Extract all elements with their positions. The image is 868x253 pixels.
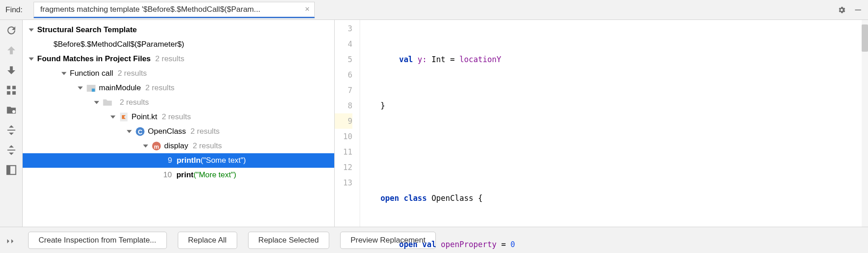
code-line: open val openProperty = 0 [360,237,862,252]
gutter-line: 7 [335,83,352,98]
code-preview: 3 4 5 6 7 8 9 10 11 12 13 val y: Int = l… [335,20,868,227]
svg-rect-9 [92,88,95,92]
count-badge: 2 results [162,112,191,122]
tree-node-function-call[interactable]: Function call 2 results [23,66,334,81]
match-args: ("More text") [194,170,236,180]
chevron-down-icon [109,113,117,121]
count-badge: 2 results [193,141,222,151]
method-icon: m [151,141,161,151]
scrollbar-thumb[interactable] [862,24,868,52]
tree-label: Structural Search Template [37,25,137,34]
group-icon[interactable] [5,84,17,96]
tree-template-root[interactable]: Structural Search Template [23,23,334,37]
gutter-line: 8 [335,98,352,113]
code-line: val y: Int = locationY [360,52,862,67]
tree-match-item[interactable]: 10 print("More text") [23,168,334,182]
match-method: println [176,156,200,165]
svg-rect-4 [12,91,16,95]
arrow-up-icon[interactable] [5,44,17,56]
class-icon: C [135,126,145,136]
folder-settings-icon[interactable] [5,104,17,116]
tree-label: Found Matches in Project Files [37,54,151,63]
replace-all-button[interactable]: Replace All [178,232,237,249]
tree-template-code[interactable]: $Before$.$MethodCall$($Parameter$) [23,37,334,52]
tree-node-file[interactable]: Point.kt 2 results [23,110,334,124]
replace-selected-button[interactable]: Replace Selected [248,232,329,249]
chevron-down-icon [141,142,150,150]
arrow-down-icon[interactable] [5,64,17,76]
match-method: print [176,170,194,180]
svg-text:m: m [154,144,159,150]
svg-text:C: C [138,129,142,136]
match-line: 9 [168,156,172,165]
chevron-down-icon [27,55,35,63]
left-toolbar [0,20,23,227]
preview-panel-icon[interactable] [5,164,17,176]
tree-found-root[interactable]: Found Matches in Project Files 2 results [23,52,334,66]
svg-point-5 [12,110,15,113]
find-label: Find: [5,5,23,15]
tree-label: display [164,141,188,151]
gutter-line: 6 [335,67,352,83]
gutter-line: 13 [335,175,352,190]
count-badge: 2 results [155,54,184,63]
code-line [360,144,862,160]
kotlin-file-icon [119,112,129,122]
match-line: 10 [163,170,172,180]
svg-rect-3 [7,91,10,95]
chevron-down-icon [76,84,84,92]
chevron-down-icon [125,127,133,136]
refresh-icon[interactable] [5,24,17,36]
module-icon [86,83,96,93]
folder-icon [102,97,112,107]
find-toolbar: Find: fragments matching template '$Befo… [0,0,868,20]
gutter-line: 3 [335,21,352,36]
search-tab-text: fragments matching template '$Before$.$M… [40,5,260,14]
close-icon[interactable]: × [305,5,310,14]
search-tab[interactable]: fragments matching template '$Before$.$M… [34,2,315,18]
collapse-all-icon[interactable] [5,144,17,156]
tree-node-class[interactable]: C OpenClass 2 results [23,124,334,139]
count-badge: 2 results [190,127,219,136]
tree-label: mainModule [99,83,141,92]
code-line: } [360,98,862,113]
editor-gutter: 3 4 5 6 7 8 9 10 11 12 13 [335,20,360,227]
svg-rect-2 [12,86,16,89]
tree-label: Function call [70,69,113,78]
tree-node-module[interactable]: mainModule 2 results [23,81,334,95]
gutter-line: 5 [335,52,352,67]
more-icon[interactable] [6,238,16,246]
chevron-down-icon [27,26,35,34]
gutter-line: 12 [335,160,352,175]
gutter-line: 9 [335,113,352,129]
results-tree: Structural Search Template $Before$.$Met… [23,20,335,227]
tree-label: OpenClass [148,127,186,136]
expand-all-icon[interactable] [5,124,17,136]
tree-node-method[interactable]: m display 2 results [23,139,334,153]
chevron-down-icon [93,98,101,107]
code-line: open class OpenClass { [360,190,862,206]
gutter-line: 11 [335,144,352,160]
gutter-line: 10 [335,129,352,144]
tree-match-item[interactable]: 9 println("Some text") [23,153,334,168]
svg-rect-1 [7,86,10,89]
gutter-line: 4 [335,36,352,52]
svg-rect-7 [7,165,10,175]
tree-label: Point.kt [132,112,157,122]
chevron-down-icon [60,69,68,78]
code-area[interactable]: val y: Int = locationY } open class Open… [360,20,862,227]
count-badge: 2 results [120,98,149,107]
create-inspection-button[interactable]: Create Inspection from Template... [28,232,167,249]
count-badge: 2 results [146,83,175,92]
count-badge: 2 results [117,69,146,78]
gear-icon[interactable] [837,5,846,15]
svg-rect-0 [855,10,861,10]
minimize-icon[interactable] [853,5,863,15]
tree-label: $Before$.$MethodCall$($Parameter$) [44,40,184,49]
tree-node-folder[interactable]: 2 results [23,95,334,110]
match-args: ("Some text") [200,156,246,165]
editor-scrollbar[interactable] [862,20,868,227]
